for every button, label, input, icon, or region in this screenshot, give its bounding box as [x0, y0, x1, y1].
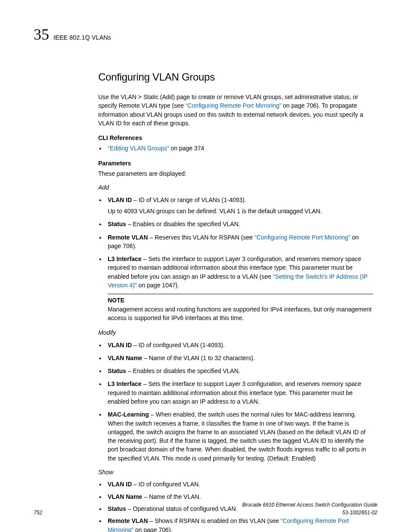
- cli-references-list: “Editing VLAN Groups” on page 374: [98, 144, 373, 152]
- list-item: L3 Interface – Sets the interface to sup…: [98, 255, 373, 289]
- desc-vlan-name: – Name of the VLAN.: [142, 493, 201, 500]
- list-item: VLAN Name – Name of the VLAN (1 to 32 ch…: [98, 354, 373, 362]
- desc-l3: – Sets the interface to support Layer 3 …: [108, 380, 361, 405]
- page-content: Configuring VLAN Groups Use the VLAN > S…: [98, 70, 373, 532]
- list-item: Status – Enables or disables the specifi…: [98, 367, 373, 375]
- desc-vlan-id: – ID of configured VLAN.: [132, 481, 200, 488]
- term-vlan-id: VLAN ID: [108, 342, 132, 348]
- parameters-intro: These parameters are displayed:: [98, 169, 373, 178]
- list-item: “Editing VLAN Groups” on page 374: [98, 144, 373, 152]
- desc-status: – Enables or disables the specified VLAN…: [126, 367, 240, 374]
- add-list: VLAN ID – ID of VLAN or range of VLANs (…: [98, 196, 373, 290]
- list-item: VLAN ID – ID of VLAN or range of VLANs (…: [98, 196, 373, 216]
- desc-vlan-name: – Name of the VLAN (1 to 32 characters).: [142, 355, 255, 361]
- desc-status: – Enables or disables the specified VLAN…: [126, 221, 240, 227]
- note-text: Management access and routing functions …: [108, 305, 373, 323]
- parameters-heading: Parameters: [98, 159, 373, 168]
- desc-mac: – When enabled, the switch uses the norm…: [108, 411, 366, 461]
- term-status: Status: [108, 221, 126, 227]
- term-status: Status: [108, 367, 126, 374]
- page-header: 35 IEEE 802.1Q VLANs: [34, 23, 377, 46]
- term-remote-vlan: Remote VLAN: [108, 517, 148, 524]
- term-vlan-id: VLAN ID: [108, 481, 132, 488]
- term-l3-interface: L3 Interface: [108, 255, 142, 262]
- intro-paragraph: Use the VLAN > Static (Add) page to crea…: [98, 93, 373, 128]
- cli-suffix: on page 374: [169, 145, 204, 152]
- list-item: MAC-Learning – When enabled, the switch …: [98, 410, 373, 463]
- page-number: 752: [34, 509, 42, 516]
- term-remote-vlan: Remote VLAN: [108, 234, 148, 241]
- chapter-title: IEEE 802.1Q VLANs: [53, 33, 111, 42]
- desc-vlan-id: – ID of configured VLAN (1-4093).: [132, 342, 225, 348]
- note-label: NOTE: [108, 296, 373, 305]
- list-item: VLAN Name – Name of the VLAN.: [98, 492, 373, 501]
- modify-subheading: Modify: [98, 328, 373, 337]
- term-vlan-name: VLAN Name: [108, 355, 142, 361]
- term-vlan-name: VLAN Name: [108, 493, 142, 500]
- term-l3-interface: L3 Interface: [108, 380, 142, 387]
- vlan-id-sub: Up to 4093 VLAN groups can be defined. V…: [108, 207, 373, 215]
- add-subheading: Add: [98, 183, 373, 192]
- desc-vlan-id: – ID of VLAN or range of VLANs (1-4093).: [132, 196, 246, 203]
- chapter-number: 35: [34, 23, 49, 46]
- link-configuring-remote-port-mirroring[interactable]: “Configuring Remote Port Mirroring”: [255, 234, 351, 241]
- list-item: VLAN ID – ID of configured VLAN.: [98, 480, 373, 488]
- list-item: VLAN ID – ID of configured VLAN (1-4093)…: [98, 341, 373, 349]
- note-rule: [108, 294, 373, 294]
- note-block: NOTE Management access and routing funct…: [108, 294, 373, 322]
- cli-references-heading: CLI References: [98, 134, 373, 142]
- term-mac-learning: MAC-Learning: [108, 411, 149, 418]
- desc-remote-post: on page 706).: [134, 526, 172, 532]
- footer-docnum: 53-1002651-02: [242, 509, 377, 516]
- term-vlan-id: VLAN ID: [108, 196, 132, 203]
- list-item: Remote VLAN – Reserves this VLAN for RSP…: [98, 233, 373, 251]
- link-editing-vlan-groups[interactable]: “Editing VLAN Groups”: [108, 145, 169, 152]
- desc-remote-pre: – Shows if RSPAN is enabled on this VLAN…: [148, 517, 280, 524]
- footer-title: Brocade 6910 Ethernet Access Switch Conf…: [242, 501, 377, 509]
- desc-remote-pre: – Reserves this VLAN for RSPAN (see: [148, 234, 254, 241]
- list-item: L3 Interface – Sets the interface to sup…: [98, 380, 373, 406]
- list-item: Remote VLAN – Shows if RSPAN is enabled …: [98, 516, 373, 532]
- modify-list: VLAN ID – ID of configured VLAN (1-4093)…: [98, 341, 373, 463]
- list-item: Status – Enables or disables the specifi…: [98, 220, 373, 228]
- page-footer: 752 Brocade 6910 Ethernet Access Switch …: [34, 501, 377, 516]
- section-heading: Configuring VLAN Groups: [98, 70, 373, 85]
- show-subheading: Show: [98, 468, 373, 476]
- link-configuring-remote-port-mirroring[interactable]: “Configuring Remote Port Mirroring”: [185, 102, 281, 109]
- desc-l3-post: on page 1047).: [137, 282, 179, 289]
